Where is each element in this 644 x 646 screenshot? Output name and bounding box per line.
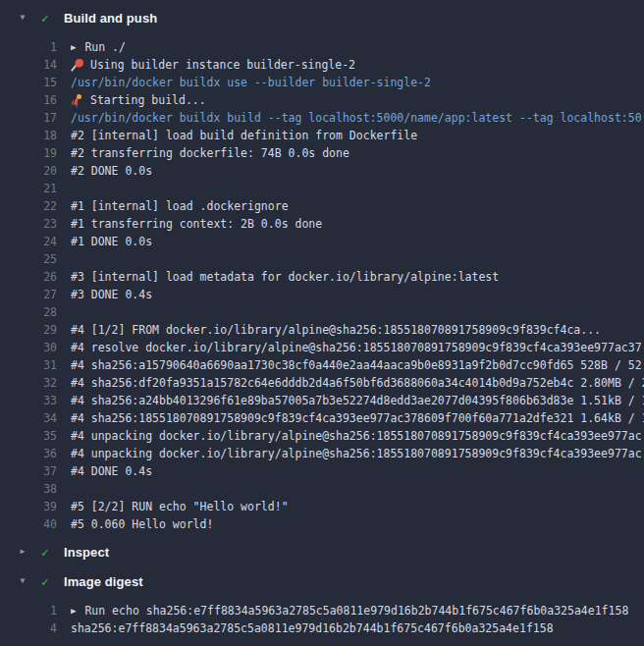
log-text-content: #4 [1/2] FROM docker.io/library/alpine@s… bbox=[71, 321, 601, 339]
log-text-content: #4 DONE 0.4s bbox=[71, 462, 152, 480]
line-number[interactable]: 34 bbox=[0, 409, 57, 427]
log-text-content: Starting build... bbox=[90, 91, 206, 109]
log-text-content: #1 [internal] load .dockerignore bbox=[71, 197, 289, 215]
log-line: 34 #4 sha256:185518070891758909c9f839cf4… bbox=[0, 409, 644, 427]
line-number[interactable]: 29 bbox=[0, 321, 57, 339]
log-line: 1 ▶Run ./ bbox=[0, 38, 644, 56]
log-line: 19 #2 transferring dockerfile: 74B 0.0s … bbox=[0, 144, 644, 162]
log-line: 22 #1 [internal] load .dockerignore bbox=[0, 197, 644, 215]
log-line: 39 #5 [2/2] RUN echo "Hello world!" bbox=[0, 498, 644, 515]
section-header[interactable]: ▶ ✓ Inspect bbox=[0, 537, 644, 566]
log-text: #5 0.060 Hello world! bbox=[71, 515, 213, 533]
section-title: Image digest bbox=[64, 574, 143, 589]
log-text: #4 [1/2] FROM docker.io/library/alpine@s… bbox=[71, 321, 601, 339]
log-line: 33 #4 sha256:a24bb4013296f61e89ba57005a7… bbox=[0, 392, 644, 409]
section-log-body: 1 ▶Run ./ 14 Using builder instance buil… bbox=[0, 32, 644, 537]
section-expand-toggle-icon[interactable]: ▼ bbox=[17, 577, 28, 585]
log-line: 4 sha256:e7ff8834a5963a2785c5a0811e979d1… bbox=[0, 619, 644, 637]
line-number[interactable]: 16 bbox=[0, 91, 57, 109]
log-text: /usr/bin/docker buildx build --tag local… bbox=[71, 109, 642, 127]
log-line: 21 bbox=[0, 180, 644, 197]
log-text: #4 sha256:185518070891758909c9f839cf4ca3… bbox=[71, 409, 644, 427]
log-text-content: Run echo sha256:e7ff8834a5963a2785c5a081… bbox=[84, 602, 628, 619]
section-header[interactable]: ▼ ✓ Build and push bbox=[0, 3, 644, 32]
group-expand-icon[interactable]: ▶ bbox=[71, 607, 76, 616]
log-line: 27 #3 DONE 0.4s bbox=[0, 286, 644, 303]
log-text-content: #4 unpacking docker.io/library/alpine@sh… bbox=[71, 445, 642, 462]
line-number[interactable]: 21 bbox=[0, 180, 57, 197]
line-number[interactable]: 19 bbox=[0, 144, 57, 162]
log-text-content: #2 DONE 0.0s bbox=[71, 162, 152, 180]
log-line: 15 /usr/bin/docker buildx use --builder … bbox=[0, 74, 644, 91]
log-text: #4 unpacking docker.io/library/alpine@sh… bbox=[71, 445, 642, 462]
log-line: 26 #3 [internal] load metadata for docke… bbox=[0, 268, 644, 286]
line-number[interactable]: 36 bbox=[0, 445, 57, 462]
line-number[interactable]: 1 bbox=[0, 38, 57, 56]
log-text-content: #4 sha256:df20fa9351a15782c64e6dddb2d4a6… bbox=[71, 374, 644, 392]
log-text: #4 resolve docker.io/library/alpine@sha2… bbox=[71, 339, 642, 356]
line-number[interactable]: 31 bbox=[0, 356, 57, 374]
section-image-digest: ▼ ✓ Image digest 1 ▶Run echo sha256:e7ff… bbox=[0, 566, 644, 641]
log-line: 23 #1 transferring context: 2B 0.0s done bbox=[0, 215, 644, 233]
section-log-body: 1 ▶Run echo sha256:e7ff8834a5963a2785c5a… bbox=[0, 596, 644, 641]
log-line: 17 /usr/bin/docker buildx build --tag lo… bbox=[0, 109, 644, 127]
line-number[interactable]: 35 bbox=[0, 427, 57, 445]
log-text: sha256:e7ff8834a5963a2785c5a0811e979d16b… bbox=[71, 619, 554, 637]
log-text: #2 DONE 0.0s bbox=[71, 162, 152, 180]
log-line: 1 ▶Run echo sha256:e7ff8834a5963a2785c5a… bbox=[0, 602, 644, 619]
group-expand-icon[interactable]: ▶ bbox=[71, 43, 76, 52]
line-number[interactable]: 24 bbox=[0, 233, 57, 250]
line-number[interactable]: 18 bbox=[0, 127, 57, 144]
line-number[interactable]: 20 bbox=[0, 162, 57, 180]
log-text-content: #5 0.060 Hello world! bbox=[71, 515, 213, 533]
success-check-icon: ✓ bbox=[38, 12, 52, 25]
line-number[interactable]: 27 bbox=[0, 286, 57, 303]
log-line: 40 #5 0.060 Hello world! bbox=[0, 515, 644, 533]
line-number[interactable]: 1 bbox=[0, 602, 57, 619]
line-number[interactable]: 37 bbox=[0, 462, 57, 480]
log-line: 18 #2 [internal] load build definition f… bbox=[0, 127, 644, 144]
log-line: 28 bbox=[0, 303, 644, 321]
log-text-content: Using builder instance builder-single-2 bbox=[90, 56, 355, 74]
log-line: 24 #1 DONE 0.0s bbox=[0, 233, 644, 250]
line-number[interactable]: 38 bbox=[0, 480, 57, 498]
section-header[interactable]: ▼ ✓ Image digest bbox=[0, 566, 644, 596]
log-text-content: #1 transferring context: 2B 0.0s done bbox=[71, 215, 322, 233]
section-expand-toggle-icon[interactable]: ▼ bbox=[17, 14, 28, 22]
line-number[interactable]: 33 bbox=[0, 392, 57, 409]
log-text-content: /usr/bin/docker buildx use --builder bui… bbox=[71, 74, 431, 91]
line-number[interactable]: 15 bbox=[0, 74, 57, 91]
log-text-content: /usr/bin/docker buildx build --tag local… bbox=[71, 109, 642, 127]
line-number[interactable]: 28 bbox=[0, 303, 57, 321]
log-text-content: #1 DONE 0.0s bbox=[71, 233, 152, 250]
section-expand-toggle-icon[interactable]: ▶ bbox=[17, 548, 28, 556]
line-number[interactable]: 26 bbox=[0, 268, 57, 286]
log-line: 29 #4 [1/2] FROM docker.io/library/alpin… bbox=[0, 321, 644, 339]
log-text: #2 [internal] load build definition from… bbox=[71, 127, 417, 144]
line-number[interactable]: 4 bbox=[0, 619, 57, 637]
log-text-content: #5 [2/2] RUN echo "Hello world!" bbox=[71, 498, 289, 515]
log-line: 32 #4 sha256:df20fa9351a15782c64e6dddb2d… bbox=[0, 374, 644, 392]
log-text-content: #3 [internal] load metadata for docker.i… bbox=[71, 268, 499, 286]
line-number[interactable]: 17 bbox=[0, 109, 57, 127]
line-number[interactable]: 22 bbox=[0, 197, 57, 215]
line-number[interactable]: 32 bbox=[0, 374, 57, 392]
log-text-content: Run ./ bbox=[84, 38, 126, 56]
line-number[interactable]: 14 bbox=[0, 56, 57, 74]
pushpin-icon bbox=[71, 59, 83, 72]
section-title: Build and push bbox=[64, 11, 157, 26]
log-text-content: #4 sha256:a15790640a6690aa1730c38cf0a440… bbox=[71, 356, 642, 374]
log-text: #1 transferring context: 2B 0.0s done bbox=[71, 215, 322, 233]
line-number[interactable]: 23 bbox=[0, 215, 57, 233]
log-text: ▶Run ./ bbox=[71, 38, 126, 56]
line-number[interactable]: 25 bbox=[0, 250, 57, 268]
runner-icon bbox=[71, 94, 83, 107]
line-number[interactable]: 39 bbox=[0, 498, 57, 515]
success-check-icon: ✓ bbox=[38, 575, 52, 588]
line-number[interactable]: 30 bbox=[0, 339, 57, 356]
log-line: 20 #2 DONE 0.0s bbox=[0, 162, 644, 180]
line-number[interactable]: 40 bbox=[0, 515, 57, 533]
log-text: #1 DONE 0.0s bbox=[71, 233, 152, 250]
log-text-content: #4 sha256:185518070891758909c9f839cf4ca3… bbox=[71, 409, 644, 427]
log-text: #2 transferring dockerfile: 74B 0.0s don… bbox=[71, 144, 349, 162]
